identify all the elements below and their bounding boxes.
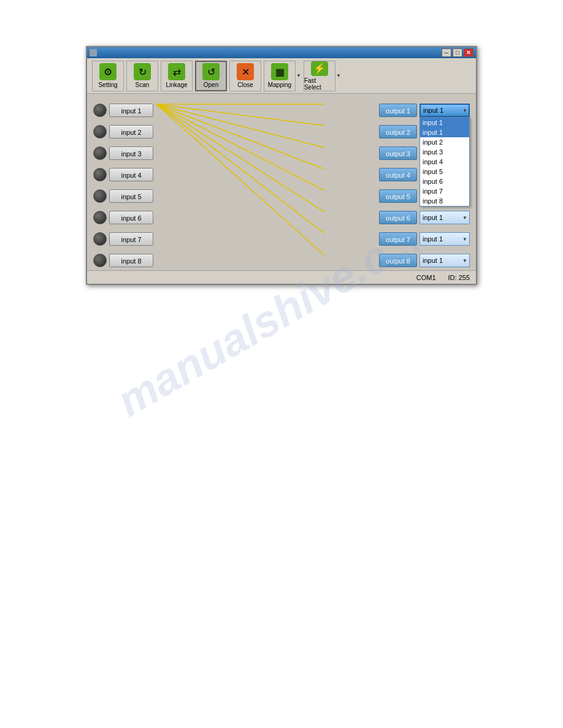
input-row-1: input 1 — [93, 100, 153, 120]
input-8-button[interactable]: input 8 — [109, 254, 153, 267]
setting-button[interactable]: ⚙ Setting — [92, 61, 124, 91]
output-4-button[interactable]: output 4 — [379, 168, 417, 181]
output-1-select[interactable]: input 1 — [419, 104, 470, 117]
title-bar: ─ □ ✕ — [87, 47, 476, 58]
output-6-select-wrapper: input 1 ▼ — [419, 211, 470, 224]
input-row-4: input 4 — [93, 164, 153, 184]
input-row-2: input 2 — [93, 121, 153, 142]
svg-line-1 — [156, 104, 324, 126]
output-7-select-wrapper: input 1 ▼ — [419, 232, 470, 246]
dropdown-option-input5[interactable]: input 5 — [420, 167, 469, 176]
output-6-button[interactable]: output 6 — [379, 211, 417, 224]
output-7-select[interactable]: input 1 — [419, 232, 470, 246]
output-1-select-wrapper: input 1 ▼ input 1 input 1 input 2 input … — [419, 104, 470, 117]
close-tool-button[interactable]: ✕ Close — [229, 61, 261, 91]
minimize-button[interactable]: ─ — [442, 48, 451, 57]
fast-select-group: ⚡ Fast Select ▼ — [304, 61, 341, 91]
input-4-button[interactable]: input 4 — [109, 168, 153, 181]
dropdown-option-input1-highlight[interactable]: input 1 — [420, 127, 469, 137]
output-2-button[interactable]: output 2 — [379, 125, 417, 138]
dropdown-option-input2[interactable]: input 2 — [420, 137, 469, 147]
mapping-group: ▦ Mapping ▼ — [264, 61, 301, 91]
dropdown-option-input7[interactable]: input 7 — [420, 186, 469, 196]
output-8-select[interactable]: input 1 — [419, 254, 470, 267]
dropdown-option-input3[interactable]: input 3 — [420, 147, 469, 157]
title-bar-left — [90, 49, 97, 56]
input-6-circle[interactable] — [93, 211, 107, 224]
mapping-icon: ▦ — [271, 63, 288, 80]
app-window: ─ □ ✕ ⚙ Setting ↻ Scan ⇄ Linkage ↺ Open — [86, 46, 477, 285]
close-tool-icon: ✕ — [237, 63, 254, 80]
setting-icon: ⚙ — [99, 63, 117, 80]
open-icon: ↺ — [202, 63, 220, 80]
output-8-select-wrapper: input 1 ▼ — [419, 254, 470, 267]
setting-label: Setting — [98, 82, 117, 88]
input-3-button[interactable]: input 3 — [109, 146, 153, 160]
close-button[interactable]: ✕ — [464, 48, 473, 57]
toolbar: ⚙ Setting ↻ Scan ⇄ Linkage ↺ Open ✕ Clos… — [87, 58, 476, 94]
output-row-8: output 8 input 1 ▼ — [379, 250, 470, 270]
svg-line-2 — [156, 104, 324, 148]
dropdown-option-input6[interactable]: input 6 — [420, 176, 469, 186]
dropdown-option-input8[interactable]: input 8 — [420, 196, 469, 206]
output-row-6: output 6 input 1 ▼ — [379, 207, 470, 227]
input-3-circle[interactable] — [93, 146, 107, 160]
title-bar-controls: ─ □ ✕ — [442, 48, 473, 57]
fast-select-icon: ⚡ — [311, 61, 328, 76]
input-row-6: input 6 — [93, 207, 153, 227]
input-7-button[interactable]: input 7 — [109, 232, 153, 246]
input-5-button[interactable]: input 5 — [109, 189, 153, 203]
close-tool-label: Close — [237, 82, 253, 88]
maximize-button[interactable]: □ — [453, 48, 462, 57]
svg-line-5 — [156, 104, 324, 212]
output-8-button[interactable]: output 8 — [379, 254, 417, 267]
input-1-circle[interactable] — [93, 104, 107, 117]
mapping-button[interactable]: ▦ Mapping — [264, 61, 296, 91]
output-6-select[interactable]: input 1 — [419, 211, 470, 224]
linkage-label: Linkage — [166, 82, 187, 88]
mapping-label: Mapping — [268, 82, 291, 88]
mapping-dropdown-arrow[interactable]: ▼ — [296, 73, 301, 78]
fast-select-dropdown-arrow[interactable]: ▼ — [336, 73, 341, 78]
dropdown-option-input4[interactable]: input 4 — [420, 157, 469, 167]
app-icon — [90, 49, 97, 56]
input-4-circle[interactable] — [93, 168, 107, 181]
svg-line-6 — [156, 104, 324, 233]
input-1-button[interactable]: input 1 — [109, 104, 153, 117]
scan-button[interactable]: ↻ Scan — [126, 61, 158, 91]
page-wrapper: manualshive.c... ─ □ ✕ ⚙ Setting ↻ Scan — [0, 0, 563, 728]
output-7-button[interactable]: output 7 — [379, 232, 417, 246]
open-label: Open — [204, 82, 218, 88]
svg-line-7 — [156, 104, 324, 256]
input-6-button[interactable]: input 6 — [109, 211, 153, 224]
scan-label: Scan — [136, 82, 150, 88]
outputs-column: output 1 input 1 ▼ input 1 input 1 input… — [379, 100, 470, 270]
output-3-button[interactable]: output 3 — [379, 146, 417, 160]
status-bar: COM1 ID: 255 — [87, 270, 476, 284]
output-5-button[interactable]: output 5 — [379, 189, 417, 203]
fast-select-label: Fast Select — [304, 77, 335, 91]
input-row-3: input 3 — [93, 143, 153, 163]
input-row-8: input 8 — [93, 250, 153, 270]
input-8-circle[interactable] — [93, 254, 107, 267]
svg-line-3 — [156, 104, 324, 169]
input-5-circle[interactable] — [93, 189, 107, 203]
output-row-1: output 1 input 1 ▼ input 1 input 1 input… — [379, 100, 470, 120]
open-button[interactable]: ↺ Open — [195, 61, 227, 91]
linkage-icon: ⇄ — [168, 63, 185, 80]
input-2-circle[interactable] — [93, 125, 107, 138]
id-status: ID: 255 — [448, 274, 470, 281]
output-1-dropdown: input 1 input 1 input 2 input 3 input 4 … — [419, 117, 470, 207]
input-2-button[interactable]: input 2 — [109, 125, 153, 138]
output-row-7: output 7 input 1 ▼ — [379, 229, 470, 249]
linkage-button[interactable]: ⇄ Linkage — [161, 61, 193, 91]
inputs-column: input 1 input 2 input 3 input 4 input 5 — [93, 100, 153, 270]
dropdown-option-input1[interactable]: input 1 — [420, 118, 469, 127]
fast-select-button[interactable]: ⚡ Fast Select — [304, 61, 335, 91]
scan-icon: ↻ — [134, 63, 151, 80]
com-status: COM1 — [416, 274, 436, 281]
output-1-button[interactable]: output 1 — [379, 104, 417, 117]
input-7-circle[interactable] — [93, 232, 107, 246]
content-area: input 1 input 2 input 3 input 4 input 5 — [87, 94, 476, 270]
input-row-5: input 5 — [93, 186, 153, 206]
